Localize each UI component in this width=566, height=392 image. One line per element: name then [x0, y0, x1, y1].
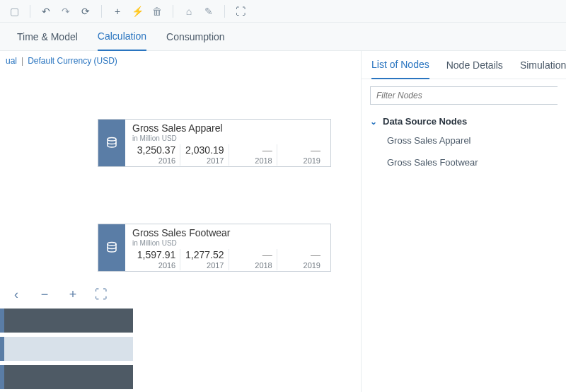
chevron-down-icon: ⌄ [370, 117, 377, 127]
node-value: — [233, 249, 272, 261]
minimap[interactable] [0, 309, 133, 391]
toolbar-separator [224, 5, 225, 18]
filter-nodes-input[interactable] [370, 86, 558, 105]
node-year: 2016 [137, 156, 175, 166]
node-cell: 2,030.19 2017 [180, 144, 229, 166]
node-values-row: 1,597.91 2016 1,277.52 2017 — 2018 — 201… [132, 249, 325, 270]
tab-list-of-nodes[interactable]: List of Nodes [371, 51, 429, 79]
node-body: Gross Sales Apparel in Million USD 3,250… [125, 120, 330, 166]
node-year: 2016 [137, 261, 175, 270]
fullscreen-button[interactable]: ⛶ [93, 287, 109, 302]
group-title: Data Source Nodes [383, 116, 467, 127]
node-value: 2,030.19 [185, 144, 224, 156]
node-subtitle: in Million USD [132, 239, 325, 247]
node-year: 2019 [282, 156, 320, 166]
toolbar-separator [101, 5, 102, 18]
node-values-row: 3,250.37 2016 2,030.19 2017 — 2018 — 201… [132, 144, 325, 166]
tab-simulation[interactable]: Simulation [520, 51, 566, 79]
back-button[interactable]: ‹ [8, 287, 24, 302]
breadcrumb-left[interactable]: ual [6, 56, 17, 66]
plus-icon[interactable]: + [109, 3, 126, 20]
toolbar-separator [173, 5, 173, 18]
right-panel: List of Nodes Node Details Simulation ⌄ … [361, 51, 566, 392]
node-cell: 1,277.52 2017 [180, 249, 229, 270]
node-year: 2018 [233, 261, 272, 270]
node-value: — [233, 144, 272, 156]
breadcrumb-currency[interactable]: Default Currency (USD) [28, 56, 117, 66]
pencil-icon[interactable]: ✎ [200, 3, 217, 20]
filter-wrapper [370, 86, 558, 105]
tab-node-details[interactable]: Node Details [446, 51, 503, 79]
node-value: 1,597.91 [137, 249, 175, 261]
expand-icon[interactable]: ⛶ [232, 3, 249, 20]
main-tabs: Time & Model Calculation Consumption [0, 23, 566, 51]
right-panel-tabs: List of Nodes Node Details Simulation [362, 51, 566, 79]
home-icon[interactable]: ⌂ [180, 3, 197, 20]
node-group: ⌄ Data Source Nodes Gross Sales Apparel … [362, 110, 566, 176]
node-cell: — 2019 [277, 144, 325, 166]
list-item[interactable]: Gross Sales Footwear [370, 151, 558, 173]
tab-time-model[interactable]: Time & Model [17, 23, 78, 51]
zoom-in-button[interactable]: + [65, 287, 81, 302]
canvas[interactable]: Gross Sales Apparel in Million USD 3,250… [0, 71, 361, 392]
undo-icon[interactable]: ↶ [37, 3, 54, 20]
tab-consumption[interactable]: Consumption [166, 23, 225, 51]
node-cell: 3,250.37 2016 [132, 144, 180, 166]
node-cell: — 2018 [229, 249, 277, 270]
minimap-bar [0, 337, 133, 361]
minimap-controls: ‹ − + ⛶ [8, 287, 109, 302]
breadcrumb-separator: | [21, 56, 23, 66]
minimap-bar-fill [4, 337, 133, 361]
trash-icon[interactable]: 🗑 [149, 3, 166, 20]
square-icon[interactable]: ▢ [6, 3, 23, 20]
svg-point-0 [108, 138, 116, 142]
group-header-data-source[interactable]: ⌄ Data Source Nodes [370, 113, 558, 129]
minimap-bar-fill [4, 365, 133, 389]
list-item[interactable]: Gross Sales Apparel [370, 129, 558, 151]
database-icon [98, 120, 125, 166]
minimap-bar [0, 309, 133, 333]
node-year: 2017 [185, 156, 224, 166]
node-value: 3,250.37 [137, 144, 175, 156]
node-subtitle: in Million USD [132, 134, 325, 142]
node-title: Gross Sales Footwear [132, 227, 325, 238]
node-year: 2019 [282, 261, 320, 270]
database-icon [98, 224, 125, 271]
node-cell: — 2019 [277, 249, 325, 270]
bolt-icon[interactable]: ⚡ [129, 3, 146, 20]
node-year: 2018 [233, 156, 272, 166]
node-title: Gross Sales Apparel [132, 122, 325, 134]
node-value: 1,277.52 [185, 249, 224, 261]
node-year: 2017 [185, 261, 224, 270]
node-value: — [282, 249, 320, 261]
redo-icon[interactable]: ↷ [57, 3, 74, 20]
tab-calculation[interactable]: Calculation [98, 23, 146, 51]
toolbar-separator [30, 5, 30, 18]
minimap-bar-fill [4, 309, 133, 333]
refresh-icon[interactable]: ⟳ [77, 3, 94, 20]
svg-point-1 [108, 243, 116, 246]
node-card-apparel[interactable]: Gross Sales Apparel in Million USD 3,250… [98, 119, 331, 167]
toolbar: ▢ ↶ ↷ ⟳ + ⚡ 🗑 ⌂ ✎ ⛶ [0, 0, 566, 23]
node-card-footwear[interactable]: Gross Sales Footwear in Million USD 1,59… [98, 224, 331, 272]
zoom-out-button[interactable]: − [37, 287, 52, 302]
node-cell: 1,597.91 2016 [132, 249, 180, 270]
node-value: — [282, 144, 320, 156]
minimap-bar [0, 365, 133, 389]
node-cell: — 2018 [229, 144, 277, 166]
node-body: Gross Sales Footwear in Million USD 1,59… [125, 224, 330, 271]
